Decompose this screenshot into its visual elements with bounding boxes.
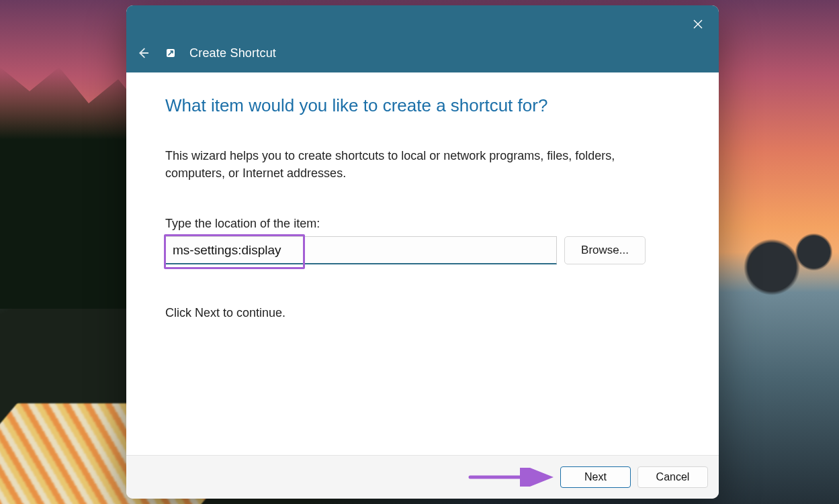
next-button[interactable]: Next (560, 466, 631, 488)
wizard-footer: Next Cancel (126, 455, 719, 499)
titlebar: Create Shortcut (126, 5, 719, 72)
location-input[interactable] (165, 236, 557, 264)
window-title: Create Shortcut (189, 46, 276, 60)
annotation-arrow-icon (468, 468, 555, 487)
continue-hint: Click Next to continue. (165, 306, 680, 320)
arrow-left-icon (136, 46, 150, 60)
shortcut-icon (167, 49, 175, 57)
location-field-row: Browse... (165, 236, 680, 264)
wizard-heading: What item would you like to create a sho… (165, 95, 680, 116)
location-label: Type the location of the item: (165, 217, 680, 231)
back-button[interactable] (134, 44, 152, 62)
close-button[interactable] (682, 11, 713, 38)
close-icon (693, 19, 703, 30)
wizard-description: This wizard helps you to create shortcut… (165, 147, 676, 182)
create-shortcut-wizard-window: Create Shortcut What item would you like… (126, 5, 719, 499)
cancel-button[interactable]: Cancel (637, 466, 708, 488)
wizard-content: What item would you like to create a sho… (126, 72, 719, 455)
browse-button[interactable]: Browse... (564, 236, 646, 264)
